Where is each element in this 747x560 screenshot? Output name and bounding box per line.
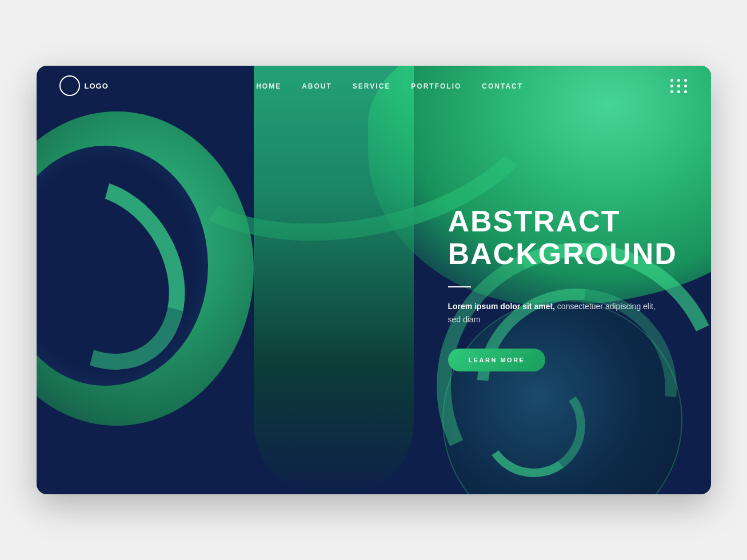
- nav-item-contact[interactable]: CONTACT: [482, 81, 523, 91]
- logo-label: LOGO: [85, 82, 109, 90]
- hero-divider: [448, 286, 471, 287]
- navbar: LOGO HOME ABOUT SERVICE PORTFOLIO CONTAC…: [37, 66, 711, 106]
- nav-links: HOME ABOUT SERVICE PORTFOLIO CONTACT: [256, 81, 523, 91]
- hero-title-line1: ABSTRACT: [448, 205, 621, 238]
- nav-item-about[interactable]: ABOUT: [302, 81, 332, 91]
- logo-circle: [59, 75, 80, 96]
- menu-dots-icon[interactable]: [670, 79, 688, 93]
- nav-link-service[interactable]: SERVICE: [353, 82, 390, 90]
- center-fluid: [254, 66, 414, 494]
- hero-title: ABSTRACT BACKGROUND: [448, 205, 665, 270]
- nav-link-portfolio[interactable]: PORTFOLIO: [411, 82, 461, 90]
- logo: LOGO: [59, 75, 109, 96]
- nav-item-home[interactable]: HOME: [256, 81, 281, 91]
- main-card: LOGO HOME ABOUT SERVICE PORTFOLIO CONTAC…: [37, 66, 711, 494]
- hero-description-bold: Lorem ipsum dolor sit amet,: [448, 302, 555, 311]
- nav-item-portfolio[interactable]: PORTFOLIO: [411, 81, 461, 91]
- hero-content: ABSTRACT BACKGROUND Lorem ipsum dolor si…: [448, 205, 665, 371]
- nav-item-service[interactable]: SERVICE: [353, 81, 390, 91]
- nav-link-home[interactable]: HOME: [256, 82, 281, 90]
- nav-link-about[interactable]: ABOUT: [302, 82, 332, 90]
- nav-link-contact[interactable]: CONTACT: [482, 82, 523, 90]
- learn-more-button[interactable]: LEARN MORE: [448, 349, 546, 371]
- hero-description: Lorem ipsum dolor sit amet, consectetuer…: [448, 300, 665, 326]
- hero-title-line2: BACKGROUND: [448, 237, 677, 270]
